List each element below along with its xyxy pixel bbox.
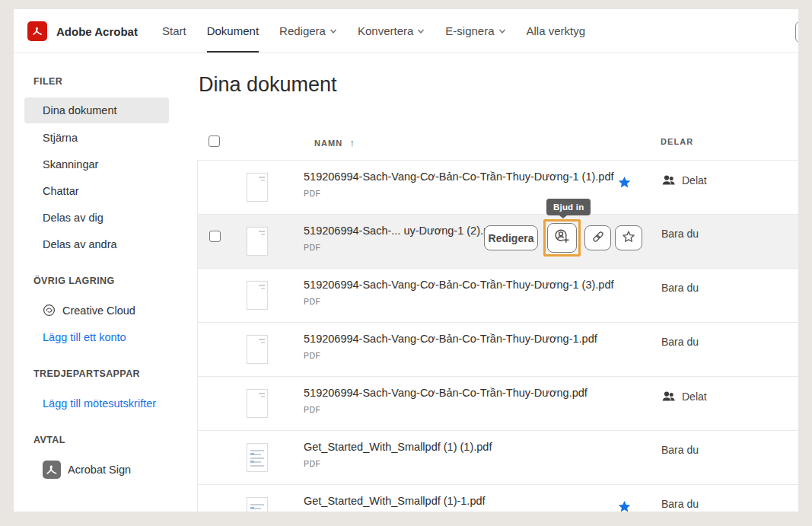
file-name[interactable]: 519206994-Sach-... uy-Dương-1 (2).pdf [304,224,498,238]
file-info: 519206994-Sach-... uy-Dương-1 (2).pdfPDF [304,224,498,252]
document-list: 519206994-Sach-Vang-Cơ-Bản-Co-Trần-Thuy-… [197,160,798,512]
nav-item-label: Redigera [279,24,326,37]
nav-item-label: Konvertera [358,24,413,37]
sidebar-item-acrobat-sign[interactable]: Acrobat Sign [14,456,197,483]
file-name[interactable]: Get_Started_With_Smallpdf (1) (1).pdf [304,440,492,454]
table-row[interactable]: 519206994-Sach-... uy-Dương-1 (2).pdfPDF… [197,215,798,269]
sidebar-item-label: Creative Cloud [62,304,135,317]
file-thumbnail [247,173,268,202]
share-status-label: Bara du [661,336,699,348]
row-checkbox[interactable] [209,231,221,242]
sidebar-item-label: Delas av andra [43,238,117,250]
search-input[interactable] [795,21,798,43]
sidebar-item-delas-av-dig[interactable]: Delas av dig [14,204,197,231]
sidebar-section-header: AVTAL [33,435,197,445]
sidebar-item-lägg-till-ett-konto[interactable]: Lägg till ett konto [14,324,197,350]
column-header-name[interactable]: NAMN ↑ [314,137,355,148]
nav-item-e-signera[interactable]: E-signera [445,9,505,53]
file-type-label: PDF [304,189,614,198]
share-status-label: Bara du [661,498,699,510]
tooltip-bjud-in: Bjud in [546,199,591,215]
sidebar-section: AVTALAcrobat Sign [14,435,197,483]
chevron-down-icon [330,24,337,37]
sort-ascending-icon[interactable]: ↑ [349,137,355,148]
nav-item-start[interactable]: Start [162,9,186,53]
share-status: Bara du [661,498,699,510]
sidebar-item-lägg-till-mötesutskrifter[interactable]: Lägg till mötesutskrifter [14,390,197,416]
file-thumbnail [247,497,268,512]
file-type-label: PDF [304,297,614,306]
sidebar-section-header: FILER [33,76,197,87]
sidebar-item-label: Lägg till ett konto [43,331,126,343]
table-row[interactable]: Get_Started_With_Smallpdf (1)-1.pdfPDFBa… [197,485,798,512]
file-thumbnail [247,389,268,418]
sidebar-item-creative-cloud[interactable]: Creative Cloud [14,297,197,324]
people-icon [661,390,676,403]
sidebar-item-label: Stjärna [43,132,78,144]
acrobat-web-window: Adobe Acrobat StartDokumentRedigeraKonve… [14,9,798,512]
nav-item-label: Alla verktyg [527,24,586,37]
sidebar-item-stjärna[interactable]: Stjärna [14,124,197,151]
file-info: Get_Started_With_Smallpdf (1)-1.pdfPDF [304,494,486,512]
share-status: Bara du [661,336,699,348]
share-status-label: Bara du [661,282,699,294]
file-info: Get_Started_With_Smallpdf (1) (1).pdfPDF [304,440,492,468]
nav-item-label: Start [162,24,186,37]
acrobat-sign-icon [43,461,61,479]
creative-cloud-icon [43,304,56,317]
sidebar-item-skanningar[interactable]: Skanningar [14,151,197,177]
chevron-down-icon [417,24,425,37]
sidebar-item-label: Chattar [43,185,79,197]
adobe-acrobat-logo-icon[interactable] [27,21,47,41]
sidebar-item-label: Dina dokument [43,104,117,116]
sidebar-item-label: Skanningar [43,158,98,171]
nav-item-konvertera[interactable]: Konvertera [358,9,425,53]
file-thumbnail [247,281,268,310]
file-info: 519206994-Sach-Vang-Cơ-Bản-Co-Trần-Thuy-… [304,332,597,360]
sidebar-item-delas-av-andra[interactable]: Delas av andra [14,231,197,257]
sidebar-section: TREDJEPARTSAPPARLägg till mötesutskrifte… [14,368,197,416]
table-row[interactable]: 519206994-Sach-Vang-Cơ-Bản-Co-Trần-Thuy-… [197,323,798,377]
file-name[interactable]: Get_Started_With_Smallpdf (1)-1.pdf [304,494,486,508]
file-name[interactable]: 519206994-Sach-Vang-Cơ-Bản-Co-Trần-Thuy-… [304,332,597,346]
sidebar: FILERDina dokumentStjärnaSkanningarChatt… [14,53,197,512]
file-info: 519206994-Sach-Vang-Cơ-Bản-Co-Trần-Thuy-… [304,386,588,414]
file-thumbnail [247,227,268,256]
page-body: FILERDina dokumentStjärnaSkanningarChatt… [14,53,798,512]
sidebar-item-dina-dokument[interactable]: Dina dokument [24,97,169,123]
sidebar-item-label: Delas av dig [43,212,103,224]
file-thumbnail [247,335,268,364]
share-status-label: Bara du [661,228,699,240]
edit-button[interactable]: Redigera [484,225,538,250]
sidebar-section: ÖVRIG LAGRINGCreative CloudLägg till ett… [14,276,197,350]
star-outline-icon [621,229,636,247]
nav-item-label: E-signera [445,24,494,37]
nav-item-dokument[interactable]: Dokument [207,9,259,53]
file-name[interactable]: 519206994-Sach-Vang-Cơ-Bản-Co-Trần-Thuy-… [304,170,614,184]
file-info: 519206994-Sach-Vang-Cơ-Bản-Co-Trần-Thuy-… [304,278,614,306]
nav-item-redigera[interactable]: Redigera [279,9,337,53]
file-thumbnail [247,443,268,472]
invite-people-button[interactable] [547,223,577,253]
file-name[interactable]: 519206994-Sach-Vang-Cơ-Bản-Co-Trần-Thuy-… [304,278,614,292]
nav-item-alla-verktyg[interactable]: Alla verktyg [527,9,586,53]
table-row[interactable]: 519206994-Sach-Vang-Cơ-Bản-Co-Trần-Thuy-… [197,269,798,323]
star-filled-icon [616,499,632,512]
file-name[interactable]: 519206994-Sach-Vang-Cơ-Bản-Co-Trần-Thuy-… [304,386,588,400]
table-row[interactable]: 519206994-Sach-Vang-Cơ-Bản-Co-Trần-Thuy-… [197,377,798,431]
sidebar-section-header: TREDJEPARTSAPPAR [33,368,197,379]
column-header-shares[interactable]: DELAR [661,137,693,146]
table-row[interactable]: 519206994-Sach-Vang-Cơ-Bản-Co-Trần-Thuy-… [197,161,798,215]
share-link-button[interactable] [584,225,611,250]
star-toggle-button[interactable] [615,225,642,250]
share-status-label: Delat [682,391,707,403]
sidebar-item-chattar[interactable]: Chattar [14,177,197,204]
sidebar-item-label: Acrobat Sign [68,464,131,476]
table-row[interactable]: Get_Started_With_Smallpdf (1) (1).pdfPDF… [197,431,798,485]
file-type-label: PDF [304,243,498,252]
select-all-checkbox[interactable] [209,135,220,147]
table-header: NAMN ↑ DELAR [197,53,798,160]
share-status-label: Bara du [661,444,699,456]
nav-item-label: Dokument [207,24,259,37]
share-status: Delat [661,390,707,403]
